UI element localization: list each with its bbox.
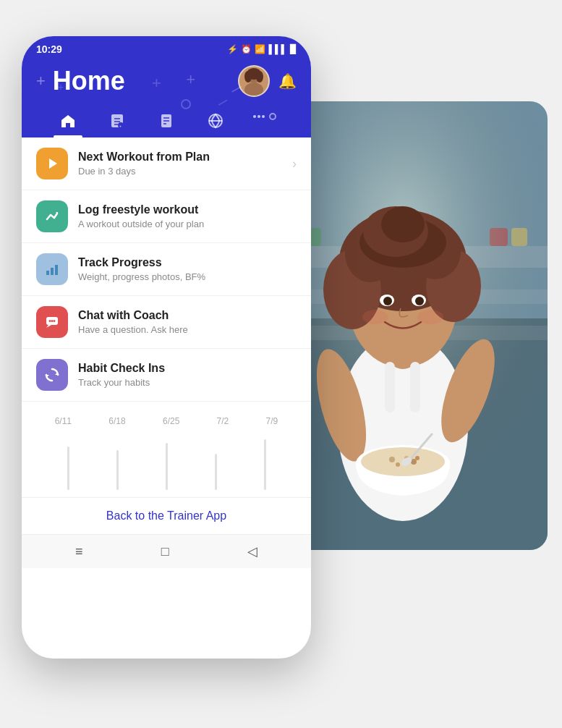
- app-header: + Home 🔔 /: [22, 59, 311, 137]
- android-home-icon[interactable]: □: [161, 544, 169, 559]
- chart-label-4: 7/2: [217, 416, 229, 426]
- track-progress-text: Track Progress Weight, progress photos, …: [78, 256, 297, 282]
- chat-coach-title: Chat with Coach: [78, 309, 297, 322]
- deco-plus1: +: [152, 74, 161, 93]
- tab-home[interactable]: [43, 106, 93, 137]
- more-circle: [269, 113, 276, 120]
- content-area: Next Workout from Plan Due in 3 days › L…: [22, 137, 311, 568]
- chat-coach-text: Chat with Coach Have a question. Ask her…: [78, 309, 297, 335]
- battery-icon: ▉: [290, 44, 297, 54]
- bluetooth-icon: ⚡: [227, 44, 238, 54]
- alarm-icon: ⏰: [241, 44, 252, 54]
- menu-item-next-workout[interactable]: Next Workout from Plan Due in 3 days ›: [22, 137, 311, 190]
- svg-point-45: [244, 71, 252, 82]
- chat-coach-subtitle: Have a question. Ask here: [78, 324, 297, 335]
- track-progress-icon: [36, 253, 68, 285]
- chart-bar-4: [215, 454, 217, 490]
- tab-explore[interactable]: [191, 106, 240, 137]
- svg-line-62: [54, 213, 57, 218]
- svg-point-26: [383, 297, 392, 305]
- status-icons: ⚡ ⏰ 📶 ▌▌▌ ▉: [227, 44, 297, 54]
- menu-item-log-freestyle[interactable]: Log freestyle workout A workout outside …: [22, 190, 311, 243]
- chart-labels: 6/11 6/18 6/25 7/2 7/9: [36, 416, 297, 426]
- svg-point-32: [389, 457, 395, 462]
- log-freestyle-subtitle: A workout outside of your plan: [78, 219, 297, 229]
- chart-bars: [36, 432, 297, 490]
- signal-icon: ▌▌▌: [268, 44, 287, 54]
- svg-marker-68: [46, 325, 51, 328]
- status-time: 10:29: [36, 43, 62, 55]
- chart-bar-col-4: [215, 454, 217, 490]
- log-freestyle-icon: [36, 200, 68, 232]
- back-to-trainer-button[interactable]: Back to the Trainer App: [106, 509, 226, 522]
- more-dot1: [253, 115, 256, 118]
- svg-point-29: [417, 310, 443, 324]
- track-progress-title: Track Progress: [78, 256, 297, 269]
- bottom-button-area: Back to the Trainer App: [22, 497, 311, 534]
- chart-area: 6/11 6/18 6/25 7/2 7/9: [22, 402, 311, 497]
- habit-checkins-icon: [36, 359, 68, 391]
- android-back-icon[interactable]: ◁: [247, 543, 257, 559]
- chart-label-2: 6/18: [108, 416, 125, 426]
- svg-point-23: [381, 206, 425, 242]
- svg-rect-66: [55, 265, 58, 275]
- notification-bell-icon[interactable]: 🔔: [278, 72, 297, 90]
- chart-bar-col-2: [116, 450, 119, 490]
- android-nav-bar: ≡ □ ◁: [22, 534, 311, 568]
- menu-item-chat-coach[interactable]: Chat with Coach Have a question. Ask her…: [22, 296, 311, 349]
- chart-label-5: 7/9: [266, 416, 278, 426]
- track-progress-subtitle: Weight, progress photos, BF%: [78, 271, 297, 282]
- svg-point-46: [256, 71, 263, 82]
- next-workout-chevron-icon: ›: [292, 156, 297, 172]
- status-bar: 10:29 ⚡ ⏰ 📶 ▌▌▌ ▉: [22, 36, 311, 59]
- chart-bar-1: [67, 446, 69, 490]
- chart-bar-col-5: [264, 439, 266, 490]
- chart-bar-3: [166, 443, 168, 490]
- next-workout-subtitle: Due in 3 days: [78, 166, 292, 177]
- phone-frame: 10:29 ⚡ ⏰ 📶 ▌▌▌ ▉ + Home: [22, 36, 311, 659]
- wifi-icon: 📶: [255, 44, 265, 54]
- chart-label-3: 6/25: [163, 416, 179, 426]
- header-plus-icon: +: [36, 72, 46, 90]
- chat-coach-icon: [36, 306, 68, 338]
- tab-log[interactable]: [142, 106, 191, 137]
- svg-point-36: [415, 456, 420, 460]
- deco-plus2: +: [186, 70, 195, 89]
- chart-bar-col-3: [166, 443, 168, 490]
- next-workout-text: Next Workout from Plan Due in 3 days: [78, 151, 292, 177]
- tab-more[interactable]: [240, 106, 289, 137]
- habit-checkins-text: Habit Check Ins Track your habits: [78, 362, 297, 388]
- svg-rect-39: [385, 362, 395, 412]
- chart-bar-2: [116, 450, 119, 490]
- log-freestyle-text: Log freestyle workout A workout outside …: [78, 203, 297, 229]
- tab-plan[interactable]: +: [93, 106, 142, 137]
- chart-bar-col-1: [67, 446, 69, 490]
- chart-bar-5: [264, 439, 266, 490]
- svg-rect-65: [51, 268, 54, 275]
- svg-rect-64: [46, 271, 49, 275]
- habit-checkins-title: Habit Check Ins: [78, 362, 297, 375]
- svg-point-69: [49, 320, 51, 322]
- svg-point-28: [362, 310, 388, 324]
- next-workout-title: Next Workout from Plan: [78, 151, 292, 164]
- svg-marker-59: [49, 158, 57, 169]
- chart-label-1: 6/11: [55, 416, 72, 426]
- more-dot3: [262, 115, 265, 118]
- svg-rect-40: [410, 362, 420, 412]
- more-dot2: [257, 115, 260, 118]
- svg-point-35: [396, 462, 400, 467]
- android-menu-icon[interactable]: ≡: [75, 544, 83, 559]
- menu-item-habit-checkins[interactable]: Habit Check Ins Track your habits: [22, 349, 311, 402]
- next-workout-icon: [36, 148, 68, 179]
- log-freestyle-title: Log freestyle workout: [78, 203, 297, 216]
- deco-plus3: +: [58, 81, 64, 93]
- avatar[interactable]: [238, 65, 270, 97]
- svg-point-27: [415, 297, 424, 305]
- svg-text:+: +: [119, 124, 122, 128]
- menu-item-track-progress[interactable]: Track Progress Weight, progress photos, …: [22, 243, 311, 296]
- svg-point-71: [54, 320, 56, 322]
- habit-checkins-subtitle: Track your habits: [78, 377, 297, 388]
- svg-point-70: [51, 320, 54, 322]
- nav-tabs: +: [36, 106, 297, 137]
